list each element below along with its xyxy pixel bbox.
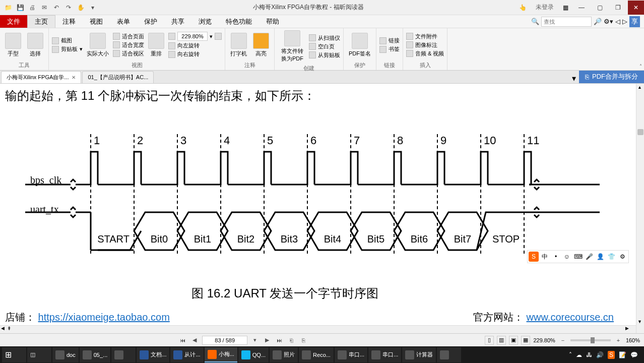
highlight-button[interactable]: 高亮 (251, 32, 271, 58)
home-tab[interactable]: 主页 (27, 15, 55, 28)
prev-page-button[interactable]: ◀ (190, 336, 199, 345)
ime-settings[interactable]: ⚙ (617, 252, 627, 262)
zoom-slider[interactable] (570, 339, 611, 341)
features-tab[interactable]: 特色功能 (219, 15, 259, 28)
audio-video-button[interactable]: 音频 & 视频 (406, 50, 444, 57)
start-button[interactable]: ⊞ (2, 347, 26, 362)
image-annot-button[interactable]: 图像标注 (406, 41, 444, 49)
share-tab[interactable]: 共享 (164, 15, 191, 28)
zoom-out-button[interactable]: − (558, 336, 567, 345)
ime-skin[interactable]: 👕 (606, 252, 616, 262)
facing-view[interactable]: ▣ (509, 336, 518, 345)
ime-s-icon[interactable]: S (529, 252, 539, 262)
rearrange-button[interactable]: 重排 (146, 32, 166, 58)
tray-notif-icon[interactable]: 💬 (630, 351, 638, 358)
pdf-sign-button[interactable]: PDF签名 (347, 32, 373, 58)
tray-notepad-icon[interactable]: 📝 (619, 351, 626, 358)
view-tab[interactable]: 视图 (83, 15, 110, 28)
ime-punct[interactable]: • (551, 252, 561, 262)
print-icon[interactable]: 🖨 (28, 4, 36, 12)
nav-fwd-button[interactable]: ⎘ (299, 336, 308, 345)
protect-tab[interactable]: 保护 (137, 15, 164, 28)
close-tab-icon[interactable]: ✕ (72, 75, 76, 80)
page-input[interactable] (202, 336, 247, 345)
form-tab[interactable]: 表单 (110, 15, 137, 28)
next-icon[interactable]: ▷ (622, 18, 627, 25)
ime-toolbar[interactable]: S 中 • ☺ ⌨ 🎤 👤 👕 ⚙ (527, 250, 629, 263)
login-button[interactable]: 未登录 (532, 2, 558, 13)
task-foxit[interactable]: 小梅... (205, 347, 237, 362)
scroll-right-icon[interactable]: ▶ (625, 326, 629, 331)
last-page-button[interactable]: ⏭ (275, 336, 284, 345)
hand-tool[interactable]: 手型 (3, 32, 23, 58)
from-clipboard-button[interactable]: 从剪贴板 (309, 51, 340, 59)
rotate-left-button[interactable]: 向左旋转 (168, 42, 222, 49)
nav-back-button[interactable]: ⎗ (287, 336, 296, 345)
clipboard-button[interactable]: 剪贴板▾ (52, 45, 83, 53)
taskview-button[interactable]: ◫ (27, 347, 51, 362)
screenshot-button[interactable]: 截图 (52, 37, 83, 44)
select-tool[interactable]: 选择 (25, 32, 45, 58)
from-scanner-button[interactable]: 从扫描仪 (309, 34, 340, 42)
continuous-facing-view[interactable]: ▦ (521, 336, 530, 345)
scroll-up-icon[interactable]: ▲ (637, 85, 642, 90)
search-submit-icon[interactable]: 🔎 (594, 18, 602, 25)
tray-up-icon[interactable]: ˄ (569, 351, 572, 358)
maximize-button[interactable]: ▢ (592, 1, 608, 15)
link-button[interactable]: 链接 (379, 37, 400, 44)
doc-tab-1[interactable]: 小梅哥Xilinx FPGA自学... ✕ (1, 71, 81, 83)
task-calc[interactable]: 计算器 (402, 347, 436, 362)
fit-width-button[interactable]: 适合宽度 (113, 41, 144, 49)
minimize-button[interactable]: — (573, 1, 590, 15)
ribbon-collapse-icon[interactable]: ˄ (639, 64, 642, 69)
task-doc[interactable]: doc (52, 347, 79, 362)
search-input[interactable] (541, 17, 592, 27)
tray-volume-icon[interactable]: 🔊 (596, 351, 604, 358)
zoom-input[interactable] (177, 32, 208, 41)
typewriter-button[interactable]: 打字机 (228, 32, 249, 58)
zoom-in-button[interactable]: + (614, 336, 623, 345)
annotate-tab[interactable]: 注释 (55, 15, 83, 28)
search-icon[interactable]: 🔍 (531, 18, 539, 25)
task-serial1[interactable]: 串口... (335, 347, 367, 362)
fit-view-button[interactable]: 适合视区 (113, 50, 144, 57)
ime-emoji[interactable]: ☺ (562, 252, 572, 262)
single-page-view[interactable]: ▯ (485, 336, 494, 345)
share-pane[interactable]: 享 (629, 16, 640, 27)
official-url[interactable]: www.corecourse.cn (527, 312, 614, 323)
help-tab[interactable]: 帮助 (259, 15, 286, 28)
zoom-in-icon[interactable] (215, 33, 222, 40)
bookmark-button[interactable]: 书签 (379, 45, 400, 53)
open-icon[interactable]: 📁 (4, 4, 12, 12)
ime-user[interactable]: 👤 (595, 252, 605, 262)
dropdown-icon[interactable]: ▾ (89, 4, 97, 12)
task-word2[interactable]: 从计... (170, 347, 203, 362)
save-icon[interactable]: 💾 (16, 4, 24, 12)
scroll-left-icon[interactable]: ◀ (1, 326, 5, 331)
rotate-right-button[interactable]: 向右旋转 (168, 50, 222, 58)
actual-size-button[interactable]: 实际大小 (85, 32, 111, 58)
close-button[interactable]: ✕ (628, 1, 644, 15)
first-page-button[interactable]: ⏮ (178, 336, 187, 345)
email-icon[interactable]: ✉ (40, 4, 48, 12)
convert-pdf-button[interactable]: 将文件转换为PDF (278, 29, 307, 64)
task-more[interactable] (437, 347, 461, 362)
ime-mic[interactable]: 🎤 (584, 252, 594, 262)
task-paint[interactable] (111, 347, 136, 362)
horizontal-scrollbar[interactable]: ◀ ⇞ ▶ (0, 325, 636, 333)
scroll-down-icon[interactable]: ▼ (637, 319, 642, 324)
task-05[interactable]: 05_... (80, 347, 111, 362)
doc-tab-2[interactable]: 01_【产品说明书】AC... (82, 71, 154, 83)
settings-icon[interactable]: ⚙▾ (604, 18, 613, 25)
tab-dropdown-icon[interactable]: ▾ (569, 74, 579, 83)
ime-lang[interactable]: 中 (540, 252, 550, 262)
grid-icon[interactable]: ▦ (560, 4, 571, 11)
task-word1[interactable]: 文档... (137, 347, 169, 362)
file-tab[interactable]: 文件 (0, 15, 27, 28)
tray-network-icon[interactable]: 🖧 (586, 351, 592, 358)
document-viewport[interactable]: 输的起始，第 11 个脉冲标记一次传输的结束，如下所示： bps_clk uar… (0, 84, 644, 333)
fit-page-button[interactable]: 适合页面 (113, 33, 144, 40)
redo-icon[interactable]: ↷ (65, 4, 73, 12)
task-serial2[interactable]: 串口... (368, 347, 401, 362)
vertical-scrollbar[interactable]: ▲ ▼ (636, 84, 644, 333)
